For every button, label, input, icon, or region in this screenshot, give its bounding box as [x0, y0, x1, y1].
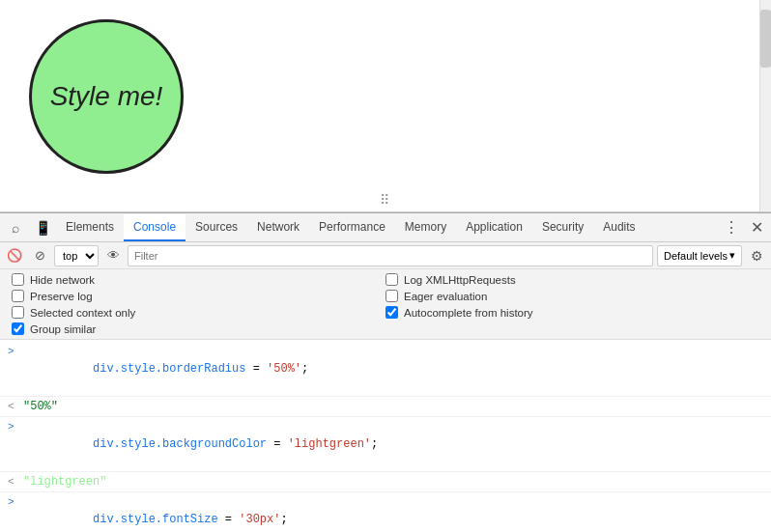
console-line: > div.style.borderRadius = '50%';: [0, 342, 771, 397]
console-result: "50%": [23, 398, 763, 415]
arrow-icon: >: [8, 343, 23, 360]
devtools-tab-bar: ⌕ 📱 Elements Console Sources Network Per…: [0, 213, 771, 242]
preserve-log-checkbox[interactable]: [12, 290, 24, 302]
console-code: div.style.borderRadius = '50%';: [23, 343, 763, 395]
tab-console[interactable]: Console: [124, 214, 186, 241]
console-code: div.style.backgroundColor = 'lightgreen'…: [23, 418, 763, 470]
resize-handle[interactable]: ⠿: [380, 192, 391, 208]
console-line: < "lightgreen": [0, 472, 771, 492]
circle-container: Style me!: [29, 19, 184, 174]
console-result: "lightgreen": [23, 473, 763, 490]
tab-elements[interactable]: Elements: [56, 214, 124, 241]
preview-scrollbar-thumb: [760, 10, 771, 68]
setting-group-similar[interactable]: Group similar: [12, 322, 386, 335]
autocomplete-label: Autocomplete from history: [404, 307, 533, 319]
preview-scrollbar[interactable]: [759, 0, 771, 211]
setting-selected-context[interactable]: Selected context only: [12, 306, 386, 319]
preview-area: Style me! ⠿: [0, 0, 771, 212]
group-similar-checkbox[interactable]: [12, 322, 24, 335]
device-icon[interactable]: 📱: [29, 214, 56, 241]
eye-button[interactable]: 👁: [102, 245, 124, 266]
tab-audits[interactable]: Audits: [593, 214, 644, 241]
console-output-inner: > div.style.borderRadius = '50%'; < "50%…: [0, 340, 771, 532]
devtools-panel: ⌕ 📱 Elements Console Sources Network Per…: [0, 212, 771, 532]
setting-autocomplete[interactable]: Autocomplete from history: [386, 306, 759, 319]
clear-console-button[interactable]: 🚫: [4, 245, 25, 266]
log-xhr-label: Log XMLHttpRequests: [404, 274, 516, 286]
autocomplete-checkbox[interactable]: [386, 306, 398, 319]
console-line: > div.style.fontSize = '30px';: [0, 492, 771, 532]
eager-eval-label: Eager evaluation: [404, 291, 487, 302]
console-output[interactable]: > div.style.borderRadius = '50%'; < "50%…: [0, 340, 771, 532]
log-xhr-checkbox[interactable]: [386, 273, 398, 286]
arrow-icon: <: [8, 398, 23, 415]
tab-performance[interactable]: Performance: [309, 214, 395, 241]
hide-network-checkbox[interactable]: [12, 273, 24, 286]
tab-sources[interactable]: Sources: [186, 214, 247, 241]
tab-application[interactable]: Application: [456, 214, 532, 241]
console-line: > div.style.backgroundColor = 'lightgree…: [0, 417, 771, 472]
tab-network[interactable]: Network: [247, 214, 309, 241]
settings-left-col: Hide network Preserve log Selected conte…: [12, 273, 386, 335]
context-selector[interactable]: top: [54, 245, 99, 266]
arrow-icon: >: [8, 493, 23, 511]
tab-memory[interactable]: Memory: [395, 214, 456, 241]
arrow-icon: <: [8, 473, 23, 490]
setting-eager-eval[interactable]: Eager evaluation: [386, 290, 759, 302]
eager-eval-checkbox[interactable]: [386, 290, 398, 302]
group-similar-label: Group similar: [30, 323, 96, 335]
circle-text: Style me!: [50, 81, 163, 112]
preserve-log-label: Preserve log: [30, 291, 93, 302]
hide-network-label: Hide network: [30, 274, 95, 286]
inspect-icon[interactable]: ⌕: [2, 214, 29, 241]
no-entry-button[interactable]: ⊘: [29, 245, 50, 266]
selected-context-checkbox[interactable]: [12, 306, 24, 319]
console-line: < "50%": [0, 397, 771, 417]
console-settings: Hide network Preserve log Selected conte…: [0, 269, 771, 340]
close-devtools-button[interactable]: ✕: [744, 215, 769, 240]
settings-right-col: Log XMLHttpRequests Eager evaluation Aut…: [386, 273, 759, 335]
setting-log-xhr[interactable]: Log XMLHttpRequests: [386, 273, 759, 286]
levels-chevron-icon: ▾: [729, 249, 735, 262]
more-tabs-button[interactable]: ⋮: [719, 215, 744, 240]
setting-hide-network[interactable]: Hide network: [12, 273, 386, 286]
setting-preserve-log[interactable]: Preserve log: [12, 290, 386, 302]
tab-security[interactable]: Security: [532, 214, 593, 241]
console-toolbar: 🚫 ⊘ top 👁 Default levels ▾ ⚙: [0, 242, 771, 269]
settings-gear-icon[interactable]: ⚙: [746, 245, 767, 266]
selected-context-label: Selected context only: [30, 307, 135, 319]
style-circle: Style me!: [29, 19, 184, 174]
filter-input[interactable]: [128, 245, 653, 266]
console-code: div.style.fontSize = '30px';: [23, 493, 763, 532]
levels-dropdown[interactable]: Default levels ▾: [657, 245, 742, 266]
arrow-icon: >: [8, 418, 23, 435]
